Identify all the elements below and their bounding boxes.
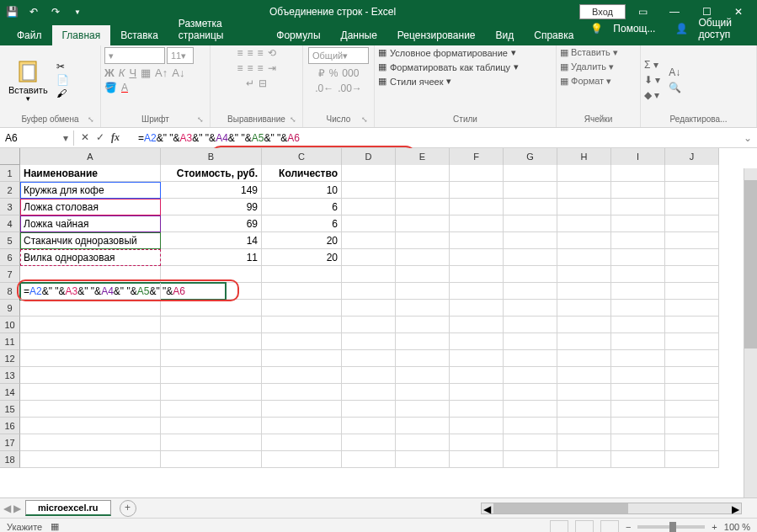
row-header[interactable]: 5 <box>0 232 20 249</box>
cell[interactable] <box>665 215 719 232</box>
cell[interactable] <box>450 451 504 468</box>
cell[interactable] <box>262 283 342 300</box>
cell[interactable] <box>504 199 557 215</box>
cell[interactable]: Ложка столовая <box>20 199 161 215</box>
format-painter-icon[interactable]: 🖌 <box>56 88 69 99</box>
column-header[interactable]: E <box>396 148 450 165</box>
increase-decimal-icon[interactable]: .00→ <box>338 82 362 94</box>
cell[interactable] <box>504 300 557 317</box>
cell[interactable] <box>611 401 665 418</box>
cell[interactable] <box>557 249 611 266</box>
cell[interactable] <box>262 350 342 367</box>
cell[interactable] <box>611 215 665 232</box>
tab-insert[interactable]: Вставка <box>110 25 168 45</box>
normal-view-icon[interactable] <box>550 520 568 533</box>
cell[interactable] <box>396 249 450 266</box>
column-header[interactable]: A <box>20 148 161 165</box>
cell[interactable] <box>504 384 557 401</box>
cell[interactable] <box>557 451 611 468</box>
cell[interactable] <box>504 232 557 249</box>
cell[interactable] <box>20 266 161 283</box>
cell[interactable] <box>342 333 396 350</box>
align-center-icon[interactable]: ≡ <box>247 62 253 74</box>
cell[interactable] <box>611 350 665 367</box>
cell[interactable] <box>504 434 557 451</box>
cell[interactable] <box>611 451 665 468</box>
cell[interactable] <box>504 215 557 232</box>
cell[interactable] <box>665 232 719 249</box>
cell[interactable] <box>450 401 504 418</box>
cell[interactable]: 20 <box>262 249 342 266</box>
cell[interactable] <box>450 182 504 199</box>
cell[interactable] <box>504 182 557 199</box>
cell[interactable] <box>557 384 611 401</box>
column-header[interactable]: J <box>665 148 719 165</box>
underline-icon[interactable]: Ч <box>129 66 136 79</box>
cell[interactable] <box>611 434 665 451</box>
cell[interactable] <box>342 451 396 468</box>
cell[interactable]: 10 <box>262 182 342 199</box>
fx-icon[interactable]: fx <box>111 131 125 144</box>
wrap-text-icon[interactable]: ↵ <box>246 77 254 89</box>
page-break-view-icon[interactable] <box>600 520 619 533</box>
cell[interactable] <box>665 367 719 384</box>
cell[interactable] <box>20 418 161 434</box>
comma-icon[interactable]: 000 <box>342 67 359 79</box>
save-icon[interactable]: 💾 <box>3 3 20 20</box>
cell[interactable] <box>450 249 504 266</box>
cell[interactable] <box>557 232 611 249</box>
currency-icon[interactable]: ₽ <box>318 67 325 79</box>
cell[interactable] <box>161 401 262 418</box>
cell[interactable] <box>396 333 450 350</box>
cell[interactable] <box>450 384 504 401</box>
cell[interactable] <box>20 384 161 401</box>
tab-file[interactable]: Файл <box>7 25 52 45</box>
cell[interactable] <box>450 199 504 215</box>
cell[interactable]: 99 <box>161 199 262 215</box>
font-size-combo[interactable]: 11▾ <box>167 47 194 64</box>
cell[interactable] <box>557 367 611 384</box>
column-header[interactable]: F <box>450 148 504 165</box>
column-header[interactable]: I <box>611 148 665 165</box>
cell[interactable] <box>557 350 611 367</box>
cell[interactable]: 6 <box>262 199 342 215</box>
cell[interactable] <box>504 249 557 266</box>
cell[interactable] <box>611 333 665 350</box>
cell[interactable]: 11 <box>161 249 262 266</box>
row-header[interactable]: 12 <box>0 350 20 367</box>
cell[interactable]: 20 <box>262 232 342 249</box>
cell-styles-button[interactable]: ▦ Стили ячеек ▾ <box>378 76 451 87</box>
cell[interactable] <box>161 350 262 367</box>
format-cells-button[interactable]: ▦ Формат ▾ <box>560 76 611 87</box>
cell[interactable] <box>262 300 342 317</box>
cell[interactable] <box>396 215 450 232</box>
row-header[interactable]: 6 <box>0 249 20 266</box>
bold-icon[interactable]: Ж <box>104 66 115 79</box>
cell[interactable] <box>557 283 611 300</box>
tab-home[interactable]: Главная <box>52 25 111 45</box>
number-format-combo[interactable]: Общий ▾ <box>308 47 369 64</box>
tab-data[interactable]: Данные <box>331 25 387 45</box>
cell[interactable] <box>450 165 504 182</box>
row-header[interactable]: 18 <box>0 451 20 468</box>
cell[interactable]: 149 <box>161 182 262 199</box>
cell[interactable] <box>342 182 396 199</box>
scrollbar-thumb[interactable] <box>744 180 757 348</box>
row-header[interactable]: 2 <box>0 182 20 199</box>
scroll-right-icon[interactable]: ▶ <box>732 503 739 515</box>
cell[interactable] <box>396 165 450 182</box>
cell[interactable] <box>557 333 611 350</box>
align-left-icon[interactable]: ≡ <box>237 62 243 74</box>
align-top-icon[interactable]: ≡ <box>237 47 243 59</box>
cell[interactable] <box>557 182 611 199</box>
scroll-left-icon[interactable]: ◀ <box>483 503 491 515</box>
row-header[interactable]: 7 <box>0 266 20 283</box>
tab-help[interactable]: Справка <box>524 25 584 45</box>
cell[interactable] <box>665 266 719 283</box>
column-header[interactable]: D <box>342 148 396 165</box>
cell[interactable] <box>504 165 557 182</box>
row-header[interactable]: 1 <box>0 165 20 182</box>
cell[interactable] <box>611 232 665 249</box>
cell[interactable] <box>611 384 665 401</box>
cell[interactable] <box>262 418 342 434</box>
